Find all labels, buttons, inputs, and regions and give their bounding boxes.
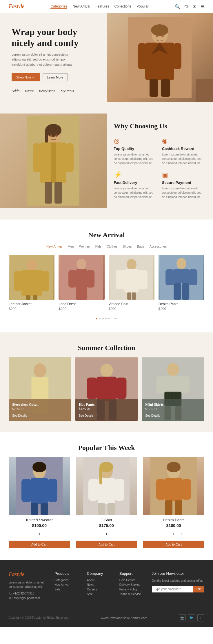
footer-link-terms[interactable]: Terms of Service <box>119 592 146 596</box>
footer-link-delivery[interactable]: Delivery Service <box>119 583 146 586</box>
qty-increase-tshirt[interactable]: + <box>111 531 117 537</box>
footer-link-company-sale[interactable]: Sale <box>87 592 114 596</box>
svg-point-22 <box>50 134 52 137</box>
quality-desc: Lorem ipsum dolor sit amet, consectetur … <box>114 152 156 165</box>
footer-support-col: Support Help Center Delivery Service Pri… <box>119 571 146 601</box>
footer-link-help[interactable]: Help Center <box>119 579 146 582</box>
popular-image-denim-pants-popular[interactable] <box>143 457 204 515</box>
footer-link-categories[interactable]: Categories <box>54 579 81 582</box>
footer-link-sale[interactable]: Sale <box>54 588 81 591</box>
svg-rect-49 <box>182 283 189 300</box>
why-feature-payment: ▣ Secure Payment Lorem ipsum dolor sit a… <box>162 171 204 199</box>
hero-content: Wrap your body nicely and comfy Lorem ip… <box>0 13 107 102</box>
footer-link-news[interactable]: News <box>87 583 114 586</box>
add-to-cart-tshirt[interactable]: Add to Cart <box>76 541 137 548</box>
brand-adda: Adda <box>12 89 19 93</box>
svg-rect-57 <box>87 377 97 399</box>
popular-image-tshirt[interactable] <box>76 457 137 515</box>
dot-1[interactable] <box>96 318 97 319</box>
product-image-vintage-shirt[interactable] <box>109 255 154 300</box>
svg-rect-9 <box>161 79 170 97</box>
why-content: Why Choosing Us ◎ Top Quality Lorem ipsu… <box>107 114 213 208</box>
tab-shoes[interactable]: Shoes <box>123 244 132 249</box>
popular-section: Popular This Week Knitted Sweater $100.0… <box>0 432 213 560</box>
quality-icon: ◎ <box>114 137 156 145</box>
nav-link-collections[interactable]: Collections <box>114 4 132 9</box>
menu-icon[interactable]: ☰ <box>201 4 204 9</box>
summer-card-hot-pants[interactable]: Hot Pants $125.70 See Details → <box>75 357 138 421</box>
tshirt-svg <box>83 457 130 515</box>
dot-5[interactable] <box>108 318 110 319</box>
footer-url: www.DownloadNewThemes.com <box>101 616 147 620</box>
nav-link-categories[interactable]: Categories <box>50 4 67 9</box>
tab-accessories[interactable]: Accessories <box>150 244 167 249</box>
learn-more-button[interactable]: Learn More <box>43 73 68 81</box>
carousel-next-arrow[interactable]: → <box>113 316 117 321</box>
tab-bags[interactable]: Bags <box>137 244 144 249</box>
footer-products-col: Products Categories New Arrival Sale <box>54 571 81 601</box>
summer-name-sleeveless: Sleeveless Gown <box>12 402 68 407</box>
nav-link-features[interactable]: Features <box>95 4 109 9</box>
tab-clothes[interactable]: Clothes <box>107 244 117 249</box>
instagram-icon[interactable]: 📷 <box>179 614 186 621</box>
hero-image <box>107 13 213 102</box>
qty-increase-denim-pants[interactable]: + <box>178 531 184 537</box>
footer-link-privacy[interactable]: Privacy Policy <box>119 588 146 591</box>
add-to-cart-denim-pants[interactable]: Add to Cart <box>143 541 204 548</box>
summer-link-sleeveless[interactable]: See Details → <box>12 414 31 417</box>
qty-decrease-denim-pants[interactable]: − <box>163 531 169 537</box>
qty-decrease-knitted-sweater[interactable]: − <box>29 531 35 537</box>
newsletter-input[interactable] <box>152 586 193 592</box>
carousel-pagination: → <box>9 316 204 321</box>
svg-rect-38 <box>124 269 139 292</box>
svg-point-81 <box>32 462 46 472</box>
svg-rect-63 <box>165 375 182 392</box>
footer-link-careers[interactable]: Careers <box>87 588 114 591</box>
tab-new-arrival[interactable]: New Arrival <box>46 244 63 249</box>
summer-card-mini-skirts[interactable]: Mini Skirts $125.70 See Details → <box>142 357 204 421</box>
popular-image-knitted-sweater[interactable] <box>9 457 70 515</box>
payment-desc: Lorem ipsum dolor sit amet, consectetur … <box>162 186 204 199</box>
product-image-long-dress[interactable] <box>59 255 104 300</box>
svg-rect-77 <box>21 479 31 502</box>
footer-company-col: Company About News Careers Sale <box>87 571 114 601</box>
svg-rect-58 <box>116 377 126 399</box>
twitter-icon[interactable]: 🐦 <box>188 614 195 621</box>
nav-logo[interactable]: Fastyle <box>9 3 24 10</box>
facebook-icon[interactable]: f <box>197 614 204 621</box>
nav-links: Categories New Arrival Features Collecti… <box>50 4 148 9</box>
nav-link-new-arrival[interactable]: New Arrival <box>72 4 90 9</box>
why-model-svg <box>27 116 79 206</box>
hero-section: Wrap your body nicely and comfy Lorem ip… <box>0 13 213 102</box>
product-image-leather-jacket[interactable] <box>9 255 54 300</box>
summer-price-sleeveless: $250.70 <box>12 407 68 411</box>
nav-link-popular[interactable]: Popular <box>136 4 148 9</box>
summer-price-mini-skirts: $125.70 <box>145 407 201 411</box>
product-card-leather-jacket: Leather Jacket $299 <box>9 255 54 311</box>
summer-link-hot-pants[interactable]: See Details → <box>79 414 97 417</box>
svg-rect-65 <box>181 376 190 393</box>
qty-decrease-tshirt[interactable]: − <box>96 531 102 537</box>
add-to-cart-knitted-sweater[interactable]: Add to Cart <box>9 541 70 548</box>
new-arrival-section: New Arrival New Arrival Men Women Kids C… <box>0 219 213 332</box>
summer-card-sleeveless-gown[interactable]: Sleeveless Gown $250.70 See Details → <box>9 357 71 421</box>
shop-now-button[interactable]: Shop Now → <box>12 73 40 81</box>
mail-icon[interactable]: ✉ <box>193 4 196 9</box>
footer-link-new-arrival[interactable]: New Arrival <box>54 583 81 586</box>
summer-link-mini-skirts[interactable]: See Details → <box>145 414 164 417</box>
newsletter-submit-button[interactable]: Join <box>193 586 204 592</box>
popular-price-denim-pants: $100.00 <box>143 523 204 528</box>
dot-2[interactable] <box>99 318 101 319</box>
qty-control-tshirt: − 1 + <box>76 531 137 537</box>
bag-icon[interactable]: 🛍 <box>184 4 189 9</box>
footer-link-about[interactable]: About <box>87 579 114 582</box>
svg-rect-97 <box>175 500 182 515</box>
tab-men[interactable]: Men <box>68 244 74 249</box>
product-image-denim-pants[interactable] <box>159 255 204 300</box>
search-icon[interactable]: 🔍 <box>175 4 180 9</box>
qty-increase-knitted-sweater[interactable]: + <box>44 531 50 537</box>
tab-women[interactable]: Women <box>79 244 90 249</box>
tab-kids[interactable]: Kids <box>95 244 101 249</box>
dot-4[interactable] <box>105 318 107 319</box>
dot-3[interactable] <box>102 318 104 319</box>
